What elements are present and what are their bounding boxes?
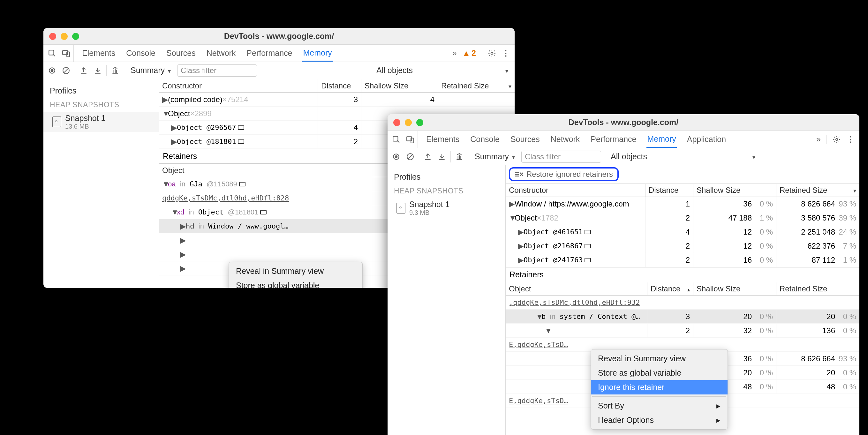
snapshot-item[interactable]: Snapshot 1 13.6 MB — [43, 112, 159, 132]
snapshot-size: 13.6 MB — [65, 123, 106, 130]
profiles-title: Profiles — [43, 84, 159, 98]
gc-icon[interactable] — [111, 66, 119, 75]
table-row[interactable]: ▼ b in system / Context @…3200 %200 % — [506, 310, 859, 323]
more-tabs[interactable]: » — [452, 49, 457, 58]
constructors-header[interactable]: Constructor Distance Shallow Size Retain… — [506, 184, 859, 197]
svg-point-11 — [836, 138, 838, 141]
tab-memory[interactable]: Memory — [646, 131, 677, 148]
tab-elements[interactable]: Elements — [426, 131, 460, 148]
warnings-badge[interactable]: ▲ 2 — [462, 49, 476, 58]
view-select[interactable]: Summary — [473, 152, 517, 161]
upload-icon[interactable] — [424, 153, 432, 161]
window-title: DevTools - www.google.com/ — [388, 118, 859, 127]
scope-select[interactable]: All objects — [609, 152, 757, 161]
tab-sources[interactable]: Sources — [510, 131, 540, 148]
menu-item-ignore-this-retainer[interactable]: Ignore this retainer — [591, 380, 727, 395]
record-icon[interactable] — [48, 66, 56, 75]
titlebar[interactable]: DevTools - www.google.com/ — [388, 114, 859, 131]
download-icon[interactable] — [438, 153, 446, 161]
restore-icon: ≡× — [515, 170, 524, 179]
svg-point-13 — [395, 155, 398, 158]
table-row[interactable]: ▶ Window / https://www.google.com1360 %8… — [506, 197, 859, 211]
inspect-icon[interactable] — [48, 49, 56, 57]
class-filter-input[interactable] — [521, 151, 601, 163]
table-row[interactable]: ▼ Object ×1782247 1881 %3 580 57639 % — [506, 211, 859, 225]
col-constructor[interactable]: Constructor — [506, 184, 646, 196]
snapshot-item[interactable]: Snapshot 1 9.3 MB — [388, 198, 505, 218]
kebab-icon[interactable]: ⋮ — [847, 135, 855, 144]
menu-item-reveal-in-summary-view[interactable]: Reveal in Summary view — [591, 351, 727, 366]
clear-icon[interactable] — [62, 66, 70, 75]
restore-ignored-retainers-button[interactable]: ≡× Restore ignored retainers — [509, 167, 619, 181]
window-title: DevTools - www.google.com/ — [43, 32, 515, 41]
tab-performance[interactable]: Performance — [246, 45, 293, 62]
devtools-window-after: DevTools - www.google.com/ ElementsConso… — [388, 114, 859, 435]
heap-snapshots-section: HEAP SNAPSHOTS — [388, 184, 505, 198]
col-distance[interactable]: Distance — [318, 80, 361, 92]
kebab-icon[interactable]: ⋮ — [502, 49, 510, 58]
snapshot-icon — [52, 117, 61, 127]
titlebar[interactable]: DevTools - www.google.com/ — [43, 28, 515, 45]
menu-item-store-as-global-variable[interactable]: Store as global variable — [229, 278, 362, 288]
tab-memory[interactable]: Memory — [302, 45, 332, 62]
retainers-header[interactable]: Object Distance Shallow Size Retained Si… — [506, 282, 859, 296]
table-row[interactable]: ,qddgKe,sTsDMc,dtl0hd,eHDfl:932 — [506, 296, 859, 310]
snapshot-name: Snapshot 1 — [409, 200, 450, 209]
panel-tabs: ElementsConsoleSourcesNetworkPerformance… — [43, 45, 515, 62]
context-menu[interactable]: Reveal in Summary viewStore as global va… — [228, 262, 363, 288]
profiles-title: Profiles — [388, 170, 505, 184]
memory-toolbar: Summary All objects — [388, 148, 859, 165]
snapshot-name: Snapshot 1 — [65, 114, 106, 123]
table-row[interactable]: ▶ Object @2168672120 %622 3767 % — [506, 239, 859, 253]
col-object[interactable]: Object — [506, 282, 647, 295]
clear-icon[interactable] — [406, 153, 414, 161]
tab-network[interactable]: Network — [206, 45, 237, 62]
menu-item-reveal-in-summary-view[interactable]: Reveal in Summary view — [229, 264, 362, 278]
download-icon[interactable] — [94, 66, 102, 75]
retainers-label: Retainers — [506, 267, 859, 282]
menu-item-sort-by[interactable]: Sort By▸ — [591, 399, 727, 413]
tab-console[interactable]: Console — [125, 45, 156, 62]
snapshot-icon — [397, 203, 405, 214]
menu-item-header-options[interactable]: Header Options▸ — [591, 413, 727, 427]
svg-point-6 — [51, 69, 54, 72]
col-distance[interactable]: Distance — [647, 282, 693, 295]
restore-label: Restore ignored retainers — [526, 170, 613, 179]
tab-application[interactable]: Application — [686, 131, 726, 148]
col-shallow[interactable]: Shallow Size — [361, 80, 438, 92]
scope-select[interactable]: All objects — [374, 66, 510, 75]
heap-snapshots-section: HEAP SNAPSHOTS — [43, 98, 159, 112]
menu-item-store-as-global-variable[interactable]: Store as global variable — [591, 366, 727, 380]
constructors-header[interactable]: Constructor Distance Shallow Size Retain… — [159, 79, 515, 93]
col-shallow[interactable]: Shallow Size — [693, 184, 776, 196]
gc-icon[interactable] — [455, 153, 464, 161]
gear-icon[interactable] — [833, 135, 841, 144]
view-select[interactable]: Summary — [129, 66, 173, 75]
col-retained[interactable]: Retained Size — [776, 184, 859, 196]
table-row[interactable]: ▶ Object @2417632160 %87 1121 % — [506, 253, 859, 267]
device-icon[interactable] — [406, 135, 414, 144]
tab-performance[interactable]: Performance — [590, 131, 637, 148]
table-row[interactable]: ▶ (compiled code) ×7521434 — [159, 93, 515, 106]
col-shallow[interactable]: Shallow Size — [693, 282, 776, 295]
tab-console[interactable]: Console — [470, 131, 500, 148]
context-menu[interactable]: Reveal in Summary viewStore as global va… — [591, 349, 728, 430]
table-row[interactable]: ▶ Object @4616514120 %2 251 04824 % — [506, 225, 859, 239]
col-constructor[interactable]: Constructor — [159, 80, 318, 92]
col-retained[interactable]: Retained Size — [438, 80, 515, 92]
profiles-sidebar: Profiles HEAP SNAPSHOTS Snapshot 1 9.3 M… — [388, 165, 506, 435]
upload-icon[interactable] — [80, 66, 88, 75]
inspect-icon[interactable] — [392, 135, 400, 144]
tab-elements[interactable]: Elements — [82, 45, 116, 62]
record-icon[interactable] — [392, 153, 400, 161]
table-row[interactable]: ▼ 2320 %1360 % — [506, 323, 859, 338]
more-tabs[interactable]: » — [816, 135, 821, 144]
col-retained[interactable]: Retained Size — [776, 282, 859, 295]
tab-network[interactable]: Network — [550, 131, 581, 148]
device-icon[interactable] — [62, 49, 70, 57]
col-distance[interactable]: Distance — [646, 184, 693, 196]
gear-icon[interactable] — [488, 49, 496, 57]
svg-point-4 — [491, 52, 493, 54]
class-filter-input[interactable] — [177, 64, 257, 76]
tab-sources[interactable]: Sources — [166, 45, 196, 62]
